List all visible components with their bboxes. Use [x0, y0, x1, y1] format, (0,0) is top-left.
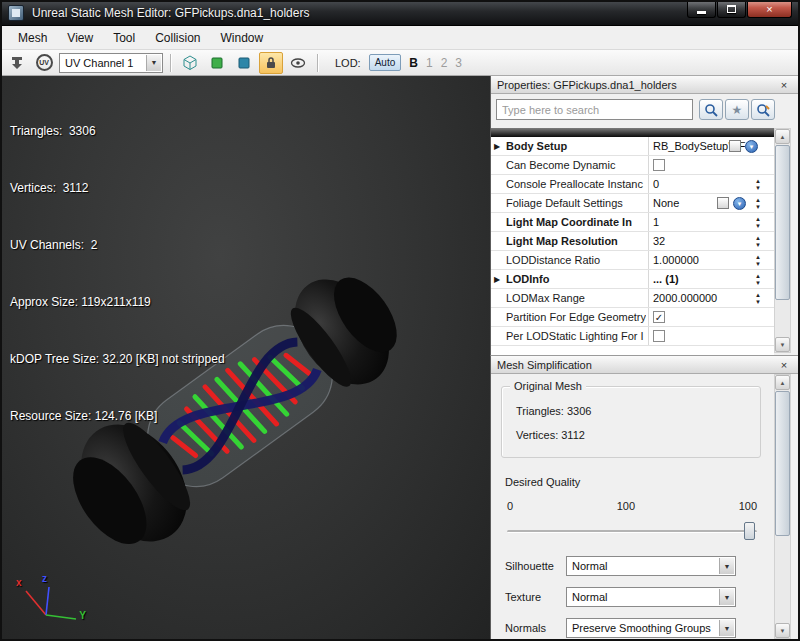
use-selected-icon[interactable]: ▼ [733, 197, 746, 210]
star-icon: ★ [732, 104, 743, 116]
properties-header[interactable]: Properties: GFPickups.dna1_holders × [491, 76, 798, 94]
menu-mesh[interactable]: Mesh [8, 28, 57, 48]
mesh-simplification-title: Mesh Simplification [497, 359, 592, 371]
slider-track[interactable] [507, 530, 757, 533]
menu-collision[interactable]: Collision [145, 28, 210, 48]
minimize-button[interactable] [687, 0, 716, 18]
stat-vertices: Vertices: 3112 [10, 179, 225, 198]
socket-manager-button[interactable] [5, 52, 29, 74]
close-button[interactable]: × [747, 0, 792, 18]
lod-1-button[interactable]: 1 [426, 56, 433, 70]
lock-camera-button[interactable] [259, 52, 283, 74]
use-selected-icon[interactable]: ▼ [745, 140, 758, 153]
spinner-icon[interactable]: ▲▼ [751, 233, 765, 250]
chevron-down-icon: ▼ [719, 558, 734, 574]
property-value[interactable]: 32 [653, 232, 747, 251]
mesh-simplification-close-button[interactable]: × [777, 358, 791, 372]
lod-2-button[interactable]: 2 [441, 56, 448, 70]
texture-value: Normal [572, 591, 607, 603]
property-row[interactable]: Partition For Edge Geometry ✓ [491, 308, 774, 327]
scroll-down-icon[interactable]: ▼ [775, 623, 790, 638]
scrollbar-thumb[interactable] [775, 391, 790, 536]
lod-3-button[interactable]: 3 [455, 56, 462, 70]
favorites-button[interactable]: ★ [725, 99, 749, 120]
property-row[interactable]: Foliage Default Settings None ▼ ▲▼ [491, 194, 774, 213]
property-label: Console Preallocate Instanc [506, 175, 646, 194]
property-value[interactable]: 0 [653, 175, 747, 194]
checkbox-checked[interactable]: ✓ [653, 311, 665, 323]
grid-header-bar [491, 128, 774, 137]
title-bar[interactable]: Unreal Static Mesh Editor: GFPickups.dna… [0, 0, 800, 26]
scale-max: 100 [739, 500, 757, 512]
normals-select[interactable]: Preserve Smoothing Groups ▼ [566, 618, 736, 638]
axis-z-label: z [42, 573, 47, 584]
axis-gizmo: x z Y [16, 577, 88, 629]
texture-select[interactable]: Normal ▼ [566, 587, 736, 607]
property-value[interactable]: ... (1) [653, 270, 747, 289]
menu-bar: Mesh View Tool Collision Window [0, 26, 800, 50]
silhouette-select[interactable]: Normal ▼ [566, 556, 736, 576]
properties-scrollbar[interactable]: ▲ ▼ [774, 128, 791, 353]
expand-arrow-icon[interactable]: ▶ [494, 270, 504, 289]
lod-auto-button[interactable]: Auto [369, 54, 402, 71]
scroll-up-icon[interactable]: ▲ [775, 129, 790, 144]
property-row[interactable]: Can Become Dynamic [491, 156, 774, 175]
mesh-simplification-header[interactable]: Mesh Simplification × [491, 356, 798, 374]
menu-window[interactable]: Window [211, 28, 274, 48]
normals-label: Normals [505, 618, 546, 638]
scroll-up-icon[interactable]: ▲ [775, 375, 790, 390]
checkbox[interactable] [653, 159, 665, 171]
expand-arrow-icon[interactable]: ▶ [494, 137, 504, 156]
property-label: LODInfo [506, 270, 646, 289]
chevron-down-icon: ▼ [719, 589, 734, 605]
picker-icon[interactable] [717, 197, 729, 209]
chevron-down-icon: ▼ [719, 620, 734, 636]
scroll-down-icon[interactable]: ▼ [775, 337, 790, 352]
quality-slider[interactable] [507, 521, 757, 541]
show-collision-button[interactable] [232, 52, 256, 74]
lod-base-button[interactable]: B [409, 56, 418, 70]
property-row[interactable]: Light Map Resolution 32 ▲▼ [491, 232, 774, 251]
property-value[interactable]: 1.000000 [653, 251, 747, 270]
menu-tool[interactable]: Tool [103, 28, 145, 48]
original-mesh-group: Original Mesh Triangles: 3306 Vertices: … [501, 386, 761, 458]
properties-title: Properties: GFPickups.dna1_holders [497, 79, 677, 91]
properties-close-button[interactable]: × [777, 78, 791, 92]
property-row[interactable]: Console Preallocate Instanc 0 ▲▼ [491, 175, 774, 194]
spinner-icon[interactable]: ▲▼ [751, 290, 765, 307]
search-input[interactable] [496, 99, 693, 120]
property-row[interactable]: LODMax Range 2000.000000 ▲▼ [491, 289, 774, 308]
axis-lines [16, 577, 88, 629]
spinner-icon[interactable]: ▲▼ [751, 214, 765, 231]
scrollbar-thumb[interactable] [775, 145, 790, 300]
property-row[interactable]: LODDistance Ratio 1.000000 ▲▼ [491, 251, 774, 270]
search-button[interactable] [699, 99, 723, 120]
mesh-simplification-scrollbar[interactable]: ▲ ▼ [774, 374, 791, 639]
advanced-search-button[interactable] [751, 99, 775, 120]
property-row[interactable]: Light Map Coordinate In 1 ▲▼ [491, 213, 774, 232]
slider-handle[interactable] [744, 522, 755, 540]
property-row[interactable]: ▶ LODInfo ... (1) ▲▼ [491, 270, 774, 289]
checkbox[interactable] [653, 330, 665, 342]
show-bounds-button[interactable] [205, 52, 229, 74]
3d-viewport[interactable]: Triangles: 3306 Vertices: 3112 UV Channe… [0, 76, 490, 641]
property-value[interactable]: 2000.000000 [653, 289, 747, 308]
spinner-icon[interactable]: ▲▼ [751, 252, 765, 269]
menu-view[interactable]: View [57, 28, 103, 48]
picker-icon[interactable] [729, 140, 741, 152]
property-row[interactable]: ▶ Body Setup RB_BodySetup'GF ▼ [491, 137, 774, 156]
eye-icon [290, 55, 306, 71]
spinner-icon[interactable]: ▲▼ [751, 271, 765, 288]
spinner-icon[interactable]: ▲▼ [751, 176, 765, 193]
show-wireframe-button[interactable] [178, 52, 202, 74]
property-value[interactable]: 1 [653, 213, 747, 232]
property-row[interactable]: Per LODStatic Lighting For I [491, 327, 774, 346]
silhouette-label: Silhouette [505, 556, 554, 576]
desired-quality-label: Desired Quality [505, 476, 580, 488]
maximize-button[interactable] [717, 0, 746, 18]
mesh-stats: Triangles: 3306 Vertices: 3112 UV Channe… [10, 84, 225, 464]
uv-overlay-button[interactable]: UV [32, 52, 56, 74]
show-normals-button[interactable] [286, 52, 310, 74]
spinner-icon[interactable]: ▲▼ [751, 195, 765, 212]
uv-channel-select[interactable]: UV Channel 1 ▼ [59, 53, 163, 73]
